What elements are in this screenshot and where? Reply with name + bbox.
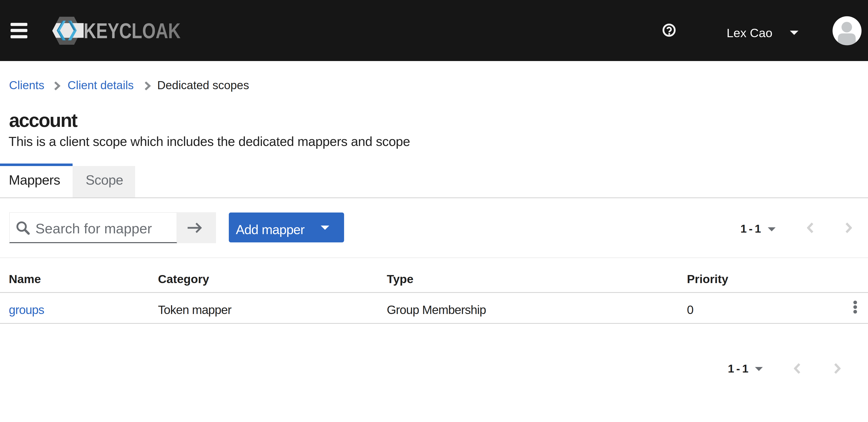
svg-text:KEYCLOAK: KEYCLOAK — [84, 19, 181, 43]
